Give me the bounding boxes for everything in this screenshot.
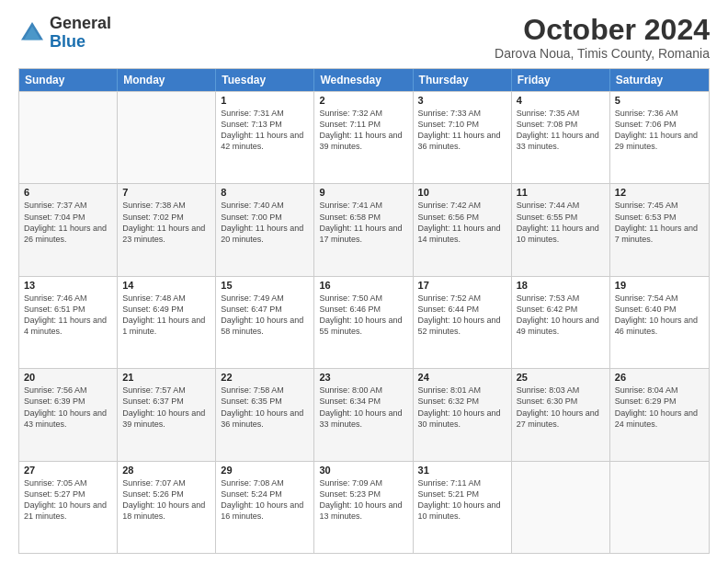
- day-number: 12: [615, 187, 704, 198]
- day-number: 6: [24, 187, 112, 198]
- calendar-row: 27Sunrise: 7:05 AM Sunset: 5:27 PM Dayli…: [19, 461, 709, 553]
- calendar-cell: 8Sunrise: 7:40 AM Sunset: 7:00 PM Daylig…: [216, 184, 314, 275]
- day-number: 8: [221, 187, 309, 198]
- calendar-cell: 1Sunrise: 7:31 AM Sunset: 7:13 PM Daylig…: [216, 92, 314, 183]
- calendar-row: 6Sunrise: 7:37 AM Sunset: 7:04 PM Daylig…: [19, 183, 709, 275]
- day-info: Sunrise: 7:09 AM Sunset: 5:23 PM Dayligh…: [319, 477, 407, 523]
- logo-blue: Blue: [50, 32, 85, 51]
- calendar-cell: 9Sunrise: 7:41 AM Sunset: 6:58 PM Daylig…: [314, 184, 413, 275]
- calendar-cell: 30Sunrise: 7:09 AM Sunset: 5:23 PM Dayli…: [314, 462, 413, 553]
- day-number: 28: [122, 465, 210, 476]
- calendar-cell: 3Sunrise: 7:33 AM Sunset: 7:10 PM Daylig…: [414, 92, 512, 183]
- day-info: Sunrise: 7:31 AM Sunset: 7:13 PM Dayligh…: [221, 108, 309, 153]
- calendar-cell: 15Sunrise: 7:49 AM Sunset: 6:47 PM Dayli…: [216, 277, 314, 368]
- day-number: 4: [517, 95, 605, 106]
- logo: General Blue: [18, 15, 111, 52]
- day-info: Sunrise: 7:49 AM Sunset: 6:47 PM Dayligh…: [221, 293, 309, 338]
- day-info: Sunrise: 7:58 AM Sunset: 6:35 PM Dayligh…: [221, 385, 309, 430]
- day-info: Sunrise: 7:53 AM Sunset: 6:42 PM Dayligh…: [517, 293, 605, 338]
- day-info: Sunrise: 7:45 AM Sunset: 6:53 PM Dayligh…: [615, 200, 704, 245]
- day-info: Sunrise: 7:32 AM Sunset: 7:11 PM Dayligh…: [319, 108, 407, 153]
- calendar-header-cell: Wednesday: [314, 69, 413, 91]
- subtitle: Darova Noua, Timis County, Romania: [495, 46, 710, 61]
- day-number: 5: [615, 95, 704, 106]
- calendar-cell: 19Sunrise: 7:54 AM Sunset: 6:40 PM Dayli…: [610, 277, 709, 368]
- calendar-cell: 2Sunrise: 7:32 AM Sunset: 7:11 PM Daylig…: [314, 92, 413, 183]
- calendar-header-cell: Thursday: [414, 69, 512, 91]
- day-info: Sunrise: 7:40 AM Sunset: 7:00 PM Dayligh…: [221, 200, 309, 245]
- month-title: October 2024: [495, 15, 710, 44]
- day-number: 26: [615, 372, 704, 383]
- calendar-cell: 7Sunrise: 7:38 AM Sunset: 7:02 PM Daylig…: [118, 184, 216, 275]
- calendar-header-cell: Friday: [512, 69, 610, 91]
- calendar: SundayMondayTuesdayWednesdayThursdayFrid…: [18, 68, 710, 554]
- calendar-header-cell: Sunday: [19, 69, 118, 91]
- day-number: 16: [319, 280, 407, 291]
- day-info: Sunrise: 7:52 AM Sunset: 6:44 PM Dayligh…: [418, 293, 506, 338]
- day-info: Sunrise: 7:48 AM Sunset: 6:49 PM Dayligh…: [122, 293, 210, 338]
- calendar-cell: 4Sunrise: 7:35 AM Sunset: 7:08 PM Daylig…: [512, 92, 610, 183]
- calendar-cell: 20Sunrise: 7:56 AM Sunset: 6:39 PM Dayli…: [19, 369, 118, 460]
- calendar-row: 1Sunrise: 7:31 AM Sunset: 7:13 PM Daylig…: [19, 91, 709, 183]
- day-info: Sunrise: 7:38 AM Sunset: 7:02 PM Dayligh…: [122, 200, 210, 245]
- day-number: 2: [319, 95, 407, 106]
- day-info: Sunrise: 8:03 AM Sunset: 6:30 PM Dayligh…: [517, 385, 605, 430]
- calendar-cell: 29Sunrise: 7:08 AM Sunset: 5:24 PM Dayli…: [216, 462, 314, 553]
- day-number: 13: [24, 280, 112, 291]
- day-info: Sunrise: 7:44 AM Sunset: 6:55 PM Dayligh…: [517, 200, 605, 245]
- day-info: Sunrise: 7:36 AM Sunset: 7:06 PM Dayligh…: [615, 108, 704, 153]
- calendar-cell: [610, 462, 709, 553]
- day-info: Sunrise: 8:01 AM Sunset: 6:32 PM Dayligh…: [418, 385, 506, 430]
- calendar-cell: 18Sunrise: 7:53 AM Sunset: 6:42 PM Dayli…: [512, 277, 610, 368]
- day-number: 31: [418, 465, 506, 476]
- title-area: October 2024 Darova Noua, Timis County, …: [495, 15, 710, 61]
- day-number: 27: [24, 465, 112, 476]
- day-info: Sunrise: 7:05 AM Sunset: 5:27 PM Dayligh…: [24, 477, 112, 523]
- day-number: 21: [122, 372, 210, 383]
- day-number: 7: [122, 187, 210, 198]
- day-number: 22: [221, 372, 309, 383]
- calendar-cell: 23Sunrise: 8:00 AM Sunset: 6:34 PM Dayli…: [314, 369, 413, 460]
- day-number: 15: [221, 280, 309, 291]
- day-number: 17: [418, 280, 506, 291]
- calendar-cell: 16Sunrise: 7:50 AM Sunset: 6:46 PM Dayli…: [314, 277, 413, 368]
- calendar-cell: 17Sunrise: 7:52 AM Sunset: 6:44 PM Dayli…: [414, 277, 512, 368]
- day-number: 30: [319, 465, 407, 476]
- day-info: Sunrise: 7:56 AM Sunset: 6:39 PM Dayligh…: [24, 385, 112, 430]
- day-info: Sunrise: 7:57 AM Sunset: 6:37 PM Dayligh…: [122, 385, 210, 430]
- day-info: Sunrise: 7:08 AM Sunset: 5:24 PM Dayligh…: [221, 477, 309, 523]
- calendar-header-cell: Saturday: [610, 69, 709, 91]
- calendar-cell: 5Sunrise: 7:36 AM Sunset: 7:06 PM Daylig…: [610, 92, 709, 183]
- calendar-header-cell: Tuesday: [216, 69, 314, 91]
- day-info: Sunrise: 7:07 AM Sunset: 5:26 PM Dayligh…: [122, 477, 210, 523]
- calendar-cell: 22Sunrise: 7:58 AM Sunset: 6:35 PM Dayli…: [216, 369, 314, 460]
- calendar-cell: [512, 462, 610, 553]
- day-info: Sunrise: 7:46 AM Sunset: 6:51 PM Dayligh…: [24, 293, 112, 338]
- day-number: 19: [615, 280, 704, 291]
- day-number: 24: [418, 372, 506, 383]
- day-number: 25: [517, 372, 605, 383]
- header: General Blue October 2024 Darova Noua, T…: [18, 15, 710, 61]
- calendar-cell: 26Sunrise: 8:04 AM Sunset: 6:29 PM Dayli…: [610, 369, 709, 460]
- day-info: Sunrise: 7:41 AM Sunset: 6:58 PM Dayligh…: [319, 200, 407, 245]
- day-info: Sunrise: 7:33 AM Sunset: 7:10 PM Dayligh…: [418, 108, 506, 153]
- calendar-cell: 28Sunrise: 7:07 AM Sunset: 5:26 PM Dayli…: [118, 462, 216, 553]
- calendar-cell: 6Sunrise: 7:37 AM Sunset: 7:04 PM Daylig…: [19, 184, 118, 275]
- day-info: Sunrise: 7:35 AM Sunset: 7:08 PM Dayligh…: [517, 108, 605, 153]
- calendar-cell: [19, 92, 118, 183]
- logo-general: General: [50, 14, 111, 32]
- day-info: Sunrise: 8:04 AM Sunset: 6:29 PM Dayligh…: [615, 385, 704, 430]
- day-info: Sunrise: 7:42 AM Sunset: 6:56 PM Dayligh…: [418, 200, 506, 245]
- day-info: Sunrise: 7:54 AM Sunset: 6:40 PM Dayligh…: [615, 293, 704, 338]
- calendar-cell: 12Sunrise: 7:45 AM Sunset: 6:53 PM Dayli…: [610, 184, 709, 275]
- day-info: Sunrise: 7:50 AM Sunset: 6:46 PM Dayligh…: [319, 293, 407, 338]
- day-info: Sunrise: 8:00 AM Sunset: 6:34 PM Dayligh…: [319, 385, 407, 430]
- day-info: Sunrise: 7:37 AM Sunset: 7:04 PM Dayligh…: [24, 200, 112, 245]
- calendar-cell: 13Sunrise: 7:46 AM Sunset: 6:51 PM Dayli…: [19, 277, 118, 368]
- day-number: 23: [319, 372, 407, 383]
- day-number: 14: [122, 280, 210, 291]
- day-number: 11: [517, 187, 605, 198]
- calendar-cell: 11Sunrise: 7:44 AM Sunset: 6:55 PM Dayli…: [512, 184, 610, 275]
- calendar-cell: 10Sunrise: 7:42 AM Sunset: 6:56 PM Dayli…: [414, 184, 512, 275]
- day-number: 10: [418, 187, 506, 198]
